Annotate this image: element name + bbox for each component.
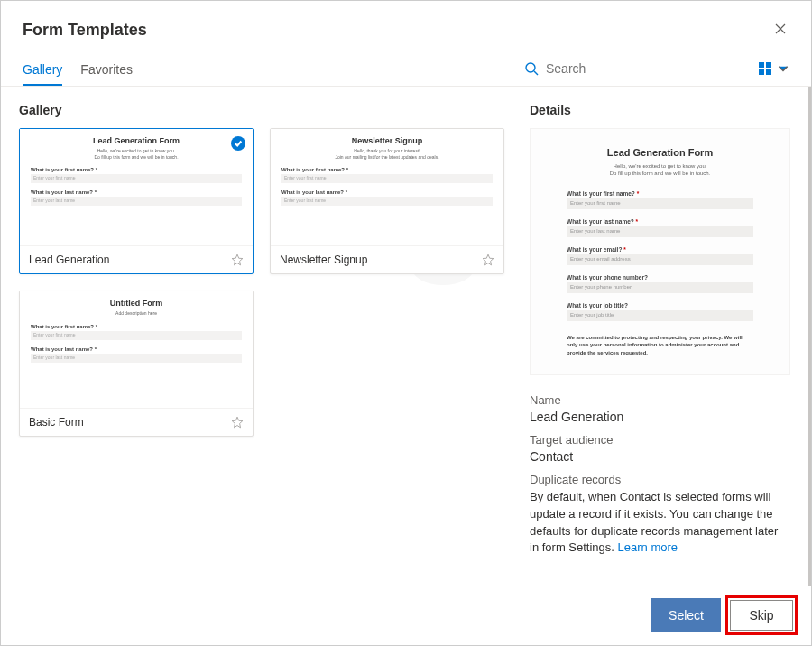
skip-highlight: Skip	[728, 598, 795, 632]
preview-field-input: Enter your email address	[567, 254, 753, 265]
preview-field-label: What is your email? *	[567, 246, 753, 253]
name-label: Name	[530, 393, 790, 407]
card-preview-sub: Add description here	[31, 310, 242, 317]
view-toggle[interactable]	[759, 62, 789, 78]
preview-title: Lead Generation Form	[567, 147, 753, 158]
tab-gallery[interactable]: Gallery	[23, 55, 62, 86]
skip-button[interactable]: Skip	[730, 600, 793, 631]
preview-field-label: What is your job title?	[567, 302, 753, 309]
svg-rect-1	[759, 62, 764, 68]
card-name: Newsletter Signup	[280, 254, 367, 266]
duplicate-body: By default, when Contact is selected for…	[530, 489, 790, 557]
card-name: Lead Generation	[29, 254, 109, 266]
grid-icon	[759, 62, 771, 75]
card-preview-sub: Hello, we're excited to get to know you.…	[31, 148, 242, 160]
select-button[interactable]: Select	[651, 598, 721, 632]
preview-field-input: Enter your job title	[567, 310, 753, 321]
chevron-down-icon	[777, 62, 789, 75]
preview-field-input: Enter your last name	[567, 226, 753, 237]
card-preview-title: Untitled Form	[31, 299, 242, 308]
search-box[interactable]	[524, 61, 741, 79]
favorite-star-icon[interactable]	[231, 416, 244, 429]
preview-field-input: Enter your first name	[567, 198, 753, 209]
preview-subtitle: Hello, we're excited to get to know you.…	[567, 162, 753, 178]
preview-field-label: What is your first name? *	[567, 190, 753, 197]
gallery-heading: Gallery	[19, 103, 504, 117]
card-preview: Lead Generation FormHello, we're excited…	[20, 129, 253, 246]
preview-field-label: What is your last name? *	[567, 218, 753, 225]
svg-rect-3	[759, 69, 764, 75]
preview-footer: We are committed to protecting and respe…	[567, 334, 753, 356]
name-value: Lead Generation	[530, 410, 790, 424]
learn-more-link[interactable]: Learn more	[618, 540, 678, 554]
details-preview: Lead Generation Form Hello, we're excite…	[530, 128, 790, 375]
audience-value: Contact	[530, 449, 790, 464]
card-preview-title: Newsletter Signup	[281, 136, 493, 145]
template-card[interactable]: Lead Generation FormHello, we're excited…	[19, 128, 254, 274]
search-icon	[524, 61, 539, 76]
tab-favorites[interactable]: Favorites	[80, 55, 133, 86]
svg-rect-4	[766, 69, 771, 75]
duplicate-label: Duplicate records	[530, 473, 790, 486]
preview-field-label: What is your phone number?	[567, 274, 753, 281]
preview-field-input: Enter your phone number	[567, 282, 753, 293]
selected-check-icon	[231, 136, 245, 151]
dialog-title: Form Templates	[23, 21, 147, 40]
audience-label: Target audience	[530, 433, 790, 447]
svg-rect-2	[766, 62, 771, 68]
card-preview: Untitled FormAdd description hereWhat is…	[20, 291, 253, 409]
card-preview-title: Lead Generation Form	[31, 136, 242, 145]
card-preview: Newsletter SignupHello, thank you for yo…	[271, 129, 503, 246]
favorite-star-icon[interactable]	[482, 254, 494, 266]
close-icon[interactable]	[771, 19, 789, 41]
search-input[interactable]	[546, 61, 708, 76]
template-card[interactable]: Untitled FormAdd description hereWhat is…	[19, 291, 254, 437]
svg-point-0	[526, 63, 535, 72]
template-card[interactable]: Newsletter SignupHello, thank you for yo…	[270, 128, 504, 274]
favorite-star-icon[interactable]	[231, 254, 244, 266]
card-preview-sub: Hello, thank you for your interest!Join …	[281, 148, 493, 160]
details-heading: Details	[530, 103, 790, 117]
card-name: Basic Form	[29, 416, 84, 429]
